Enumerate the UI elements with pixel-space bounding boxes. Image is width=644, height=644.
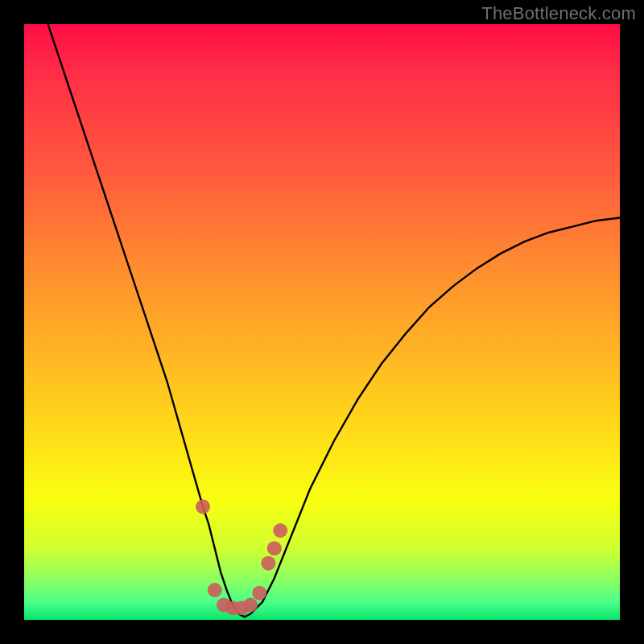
- marker-group: [196, 499, 287, 615]
- curve-layer: [24, 24, 620, 620]
- data-marker: [267, 541, 282, 555]
- plot-area: [24, 24, 620, 620]
- data-marker: [252, 586, 266, 601]
- watermark-text: TheBottleneck.com: [481, 3, 636, 24]
- chart-frame: TheBottleneck.com: [0, 0, 644, 644]
- bottleneck-curve: [48, 24, 620, 617]
- data-marker: [208, 583, 222, 597]
- data-marker: [243, 598, 258, 613]
- data-marker: [261, 556, 275, 571]
- data-marker: [196, 499, 210, 514]
- data-marker: [273, 523, 287, 538]
